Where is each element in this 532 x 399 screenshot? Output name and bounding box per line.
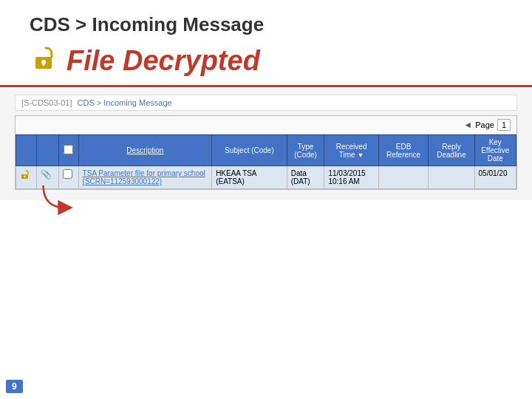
th-icon1: [16, 135, 37, 166]
row-subject-cell: HKEAA TSA (EATSA): [212, 166, 287, 189]
sort-arrow-icon: ▼: [357, 151, 364, 159]
th-subject: Subject (Code): [212, 135, 287, 166]
row-key-date-cell: 05/01/20: [474, 166, 516, 189]
svg-rect-2: [43, 63, 45, 66]
lock-icon: [30, 44, 58, 78]
breadcrumb-link[interactable]: CDS > Incoming Message: [78, 98, 172, 107]
th-check: [58, 135, 78, 166]
decrypted-row: File Decrypted: [30, 44, 502, 78]
row-description-cell: TSA Parameter file for primary school (S…: [78, 166, 212, 189]
breadcrumb-bar: [S-CDS03-01] CDS > Incoming Message: [15, 95, 517, 111]
table-container: ◄ Page 1 Description Subject (Code): [15, 115, 517, 190]
slide-badge: 9: [6, 380, 23, 393]
svg-rect-5: [24, 177, 25, 178]
select-all-checkbox[interactable]: [64, 145, 73, 154]
row-edb-cell: [378, 166, 429, 189]
file-decrypted-label: File Decrypted: [66, 45, 260, 77]
prev-page-icon[interactable]: ◄: [463, 120, 472, 130]
page-nav: ◄ Page 1: [463, 119, 511, 131]
th-reply: Reply Deadline: [429, 135, 474, 166]
th-received[interactable]: Received Time ▼: [324, 135, 378, 166]
page-number[interactable]: 1: [497, 119, 511, 131]
row-lock-icon: [20, 170, 30, 182]
th-key-date: Key Effective Date: [474, 135, 516, 166]
annotation-arrow: [37, 178, 81, 215]
row-lock-cell: [16, 166, 37, 189]
page-title: CDS > Incoming Message: [30, 13, 502, 36]
top-section: CDS > Incoming Message File Decrypted: [0, 0, 532, 87]
row-reply-cell: [429, 166, 474, 189]
th-description[interactable]: Description: [78, 135, 212, 166]
row-type-cell: Data (DAT): [287, 166, 324, 189]
row-description-link[interactable]: TSA Parameter file for primary school (S…: [83, 169, 205, 185]
table-top-bar: ◄ Page 1: [16, 116, 516, 134]
th-edb: EDB Reference: [378, 135, 429, 166]
page-label: Page: [475, 120, 494, 129]
content-section: [S-CDS03-01] CDS > Incoming Message ◄ Pa…: [0, 87, 532, 200]
th-type: Type (Code): [287, 135, 324, 166]
breadcrumb-prefix: [S-CDS03-01]: [21, 98, 72, 107]
table-header-row: Description Subject (Code) Type (Code) R…: [16, 135, 516, 166]
main-table: Description Subject (Code) Type (Code) R…: [16, 134, 516, 189]
row-received-cell: 11/03/2015 10:16 AM: [324, 166, 378, 189]
table-row: 📎 TSA Parameter file for primary school …: [16, 166, 516, 189]
th-icon2: [37, 135, 58, 166]
